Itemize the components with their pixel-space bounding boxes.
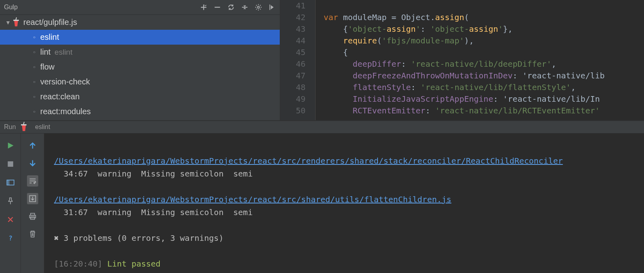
gulp-task-row[interactable]: ○flow	[0, 60, 280, 74]
editor-gutter: 41424344454647484950	[280, 0, 316, 120]
run-toolbar-console	[21, 133, 44, 273]
hide-icon[interactable]	[268, 4, 276, 11]
task-bullet-icon: ○	[28, 50, 40, 54]
gulp-task-tree: ▼ react/gulpfile.js ○eslint○linteslint○f…	[0, 15, 280, 120]
add-icon[interactable]	[200, 4, 207, 11]
print-icon[interactable]	[27, 211, 38, 222]
console-file-link[interactable]: /Users/ekaterinaprigara/WebstormProjects…	[54, 156, 563, 166]
svg-text:?: ?	[8, 234, 12, 242]
gulp-file-label: react/gulpfile.js	[23, 18, 77, 27]
console-passed: Lint passed	[107, 259, 160, 269]
run-label: Run	[4, 123, 16, 131]
gulp-header: Gulp	[0, 0, 280, 15]
task-name: version-check	[40, 77, 90, 86]
svg-rect-1	[8, 161, 13, 167]
soft-wrap-icon[interactable]	[27, 175, 38, 187]
line-number: 49	[280, 93, 305, 105]
task-bullet-icon: ○	[28, 94, 40, 99]
task-bullet-icon: ○	[28, 109, 40, 114]
arrow-down-icon[interactable]	[27, 158, 38, 169]
chevron-down-icon[interactable]: ▼	[4, 19, 12, 26]
svg-rect-3	[7, 180, 9, 185]
line-number: 45	[280, 47, 305, 58]
line-number: 47	[280, 70, 305, 82]
line-number: 44	[280, 35, 305, 47]
task-bullet-icon: ○	[28, 35, 40, 39]
task-bullet-icon: ○	[28, 80, 40, 84]
line-number: 48	[280, 82, 305, 93]
gulp-tool-window: Gulp ▼ react/gulpfile.js	[0, 0, 280, 120]
console-summary: ✖ 3 problems (0 errors, 3 warnings)	[54, 233, 223, 243]
help-icon[interactable]: ?	[5, 232, 16, 244]
play-icon[interactable]	[5, 140, 16, 151]
line-number: 43	[280, 23, 305, 35]
gulp-cup-icon	[20, 123, 28, 131]
collapse-icon[interactable]	[241, 4, 248, 11]
run-toolbar-left: ?	[0, 133, 21, 273]
line-number: 46	[280, 58, 305, 70]
task-name: flow	[40, 62, 55, 72]
gulp-task-row[interactable]: ○react:clean	[0, 89, 280, 104]
gulp-task-row[interactable]: ○eslint	[0, 30, 280, 45]
arrow-up-icon[interactable]	[27, 140, 38, 151]
remove-icon[interactable]	[214, 4, 221, 11]
gulp-title: Gulp	[4, 4, 200, 11]
task-name: lint	[40, 47, 51, 57]
gulp-task-row[interactable]: ○linteslint	[0, 45, 280, 60]
gulp-cup-icon	[12, 18, 20, 27]
code-editor[interactable]: 41424344454647484950 var moduleMap = Obj…	[280, 0, 644, 120]
editor-code[interactable]: var moduleMap = Object.assign( {'object-…	[316, 0, 644, 120]
line-number: 41	[280, 0, 305, 12]
line-number: 50	[280, 105, 305, 117]
task-name: eslint	[40, 33, 59, 42]
console-timestamp: [16:20:40]	[54, 259, 107, 269]
console-line: 31:67 warning Missing semicolon semi	[54, 207, 253, 217]
svg-point-0	[258, 6, 260, 8]
console-output[interactable]: /Users/ekaterinaprigara/WebstormProjects…	[44, 133, 644, 273]
gear-icon[interactable]	[255, 4, 262, 11]
run-task-name: eslint	[35, 123, 50, 131]
refresh-icon[interactable]	[227, 4, 235, 11]
gulp-task-row[interactable]: ○version-check	[0, 74, 280, 89]
line-number: 42	[280, 12, 305, 23]
layout-icon[interactable]	[5, 177, 16, 188]
stop-icon[interactable]	[5, 158, 16, 170]
task-name: react:clean	[40, 92, 80, 101]
run-header: Run eslint	[0, 121, 644, 133]
gulp-task-row[interactable]: ○react:modules	[0, 104, 280, 119]
pin-icon[interactable]	[5, 195, 16, 207]
scroll-to-end-icon[interactable]	[27, 193, 38, 204]
task-name: react:modules	[40, 107, 91, 116]
task-dependency: eslint	[55, 48, 72, 57]
trash-icon[interactable]	[27, 228, 38, 240]
console-file-link[interactable]: /Users/ekaterinaprigara/WebstormProjects…	[54, 195, 451, 204]
task-bullet-icon: ○	[28, 65, 40, 69]
console-line: 34:67 warning Missing semicolon semi	[54, 169, 253, 179]
close-icon[interactable]	[5, 214, 16, 225]
gulp-file-row[interactable]: ▼ react/gulpfile.js	[0, 15, 280, 30]
